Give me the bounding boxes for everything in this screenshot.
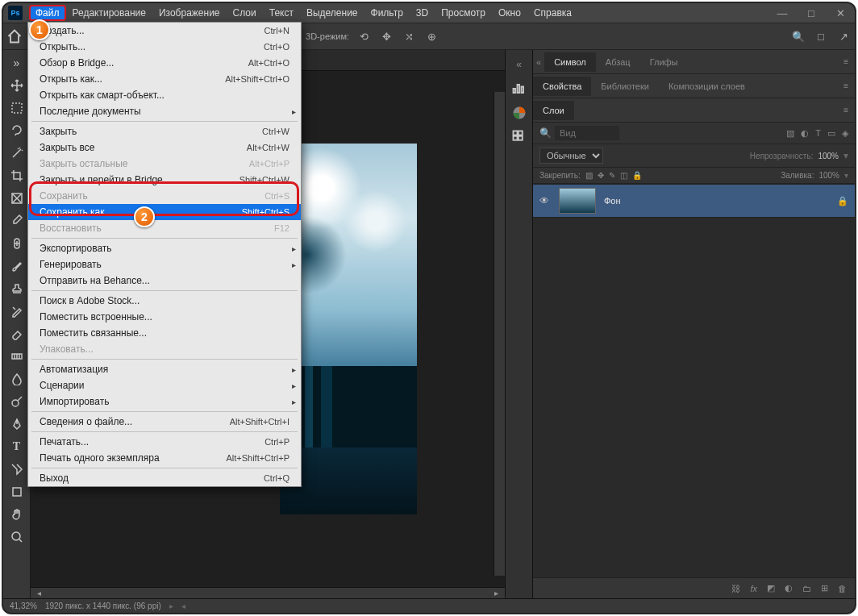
zoom-level[interactable]: 41,32% — [10, 601, 37, 610]
menu-item[interactable]: Открыть...Ctrl+O — [28, 39, 301, 55]
delete-layer-icon[interactable]: 🗑 — [838, 584, 847, 593]
filter-pixel-icon[interactable]: ▧ — [786, 128, 794, 139]
menu-item[interactable]: Печатать...Ctrl+P — [28, 434, 301, 450]
menu-window[interactable]: Окно — [492, 5, 527, 21]
menu-layers[interactable]: Слои — [227, 5, 263, 21]
menu-item[interactable]: Печать одного экземпляраAlt+Shift+Ctrl+P — [28, 450, 301, 466]
layer-thumbnail[interactable] — [559, 188, 596, 214]
layer-lock-icon[interactable]: 🔒 — [837, 196, 848, 206]
window-close-icon[interactable]: ✕ — [826, 7, 855, 19]
menu-filter[interactable]: Фильтр — [364, 5, 410, 21]
stamp-tool-icon[interactable] — [6, 279, 27, 298]
tab-layers[interactable]: Слои — [533, 101, 574, 120]
lock-brush-icon[interactable]: ✎ — [609, 171, 615, 180]
panel-menu-icon[interactable]: ≡ — [837, 57, 855, 66]
workspace-icon[interactable]: □ — [813, 28, 829, 44]
menu-file[interactable]: Файл — [29, 5, 66, 21]
menu-view[interactable]: Просмотр — [435, 5, 492, 21]
filter-adjust-icon[interactable]: ◐ — [801, 128, 809, 139]
brush-tool-icon[interactable] — [6, 256, 27, 276]
lock-position-icon[interactable]: ✥ — [598, 171, 604, 180]
pan-3d-icon[interactable]: ✥ — [378, 28, 394, 44]
layer-group-icon[interactable]: 🗀 — [802, 584, 811, 593]
zoom-3d-icon[interactable]: ⊕ — [423, 28, 439, 44]
gradient-tool-icon[interactable] — [6, 347, 27, 366]
dodge-tool-icon[interactable] — [6, 392, 27, 411]
lasso-tool-icon[interactable] — [6, 121, 27, 140]
history-brush-tool-icon[interactable] — [6, 302, 27, 321]
blend-mode-select[interactable]: Обычные — [539, 148, 603, 164]
eyedropper-tool-icon[interactable] — [6, 211, 27, 231]
swatches-icon[interactable] — [511, 129, 527, 145]
move-3d-icon[interactable]: ⤭ — [401, 28, 417, 44]
menu-item[interactable]: Последние документы — [28, 103, 301, 119]
tab-paragraph[interactable]: Абзац — [596, 52, 640, 72]
menu-item[interactable]: Поиск в Adobe Stock... — [28, 293, 301, 309]
menu-item[interactable]: Закрыть всеAlt+Ctrl+W — [28, 139, 301, 156]
histogram-icon[interactable] — [511, 81, 527, 97]
orbit-3d-icon[interactable]: ⟲ — [356, 28, 372, 44]
filter-type-icon[interactable]: 🔍 — [539, 127, 552, 139]
menu-select[interactable]: Выделение — [300, 5, 364, 21]
layer-mask-icon[interactable]: ◩ — [767, 583, 775, 593]
pen-tool-icon[interactable] — [6, 414, 27, 434]
menu-item[interactable]: Обзор в Bridge...Alt+Ctrl+O — [28, 55, 301, 71]
type-tool-icon[interactable]: T — [6, 437, 27, 456]
menu-item[interactable]: Поместить связанные... — [28, 325, 301, 341]
flyout-icon[interactable]: » — [6, 53, 27, 73]
menu-item[interactable]: Генерировать — [28, 256, 301, 273]
layer-name[interactable]: Фон — [604, 196, 829, 206]
eraser-tool-icon[interactable] — [6, 324, 27, 343]
path-tool-icon[interactable] — [6, 460, 27, 479]
menu-item[interactable]: Открыть как смарт-объект... — [28, 87, 301, 103]
wand-tool-icon[interactable] — [6, 144, 27, 163]
menu-3d[interactable]: 3D — [410, 5, 435, 21]
shape-tool-icon[interactable] — [6, 482, 27, 502]
marquee-tool-icon[interactable] — [6, 98, 27, 118]
panel-menu-icon[interactable]: ≡ — [837, 106, 855, 114]
home-icon[interactable] — [6, 28, 23, 44]
move-tool-icon[interactable] — [6, 76, 27, 95]
tab-character[interactable]: Символ — [544, 52, 596, 72]
menu-item[interactable]: Сценарии — [28, 377, 301, 393]
new-layer-icon[interactable]: ⊞ — [821, 583, 828, 593]
search-icon[interactable]: 🔍 — [790, 28, 806, 44]
adjustment-layer-icon[interactable]: ◐ — [785, 583, 793, 593]
healing-tool-icon[interactable] — [6, 234, 27, 253]
window-maximize-icon[interactable]: □ — [797, 7, 826, 19]
menu-item[interactable]: Поместить встроенные... — [28, 309, 301, 325]
scrollbar-horizontal[interactable]: ◂▸ — [31, 587, 505, 598]
lock-artboard-icon[interactable]: ◫ — [620, 171, 627, 180]
lock-pixels-icon[interactable]: ▧ — [585, 171, 593, 180]
menu-image[interactable]: Изображение — [152, 5, 227, 21]
share-icon[interactable]: ↗ — [835, 28, 852, 44]
menu-edit[interactable]: Редактирование — [66, 5, 152, 21]
menu-item[interactable]: ЗакрытьCtrl+W — [28, 123, 301, 139]
layer-filter-input[interactable] — [555, 126, 619, 140]
menu-item[interactable]: Закрыть и перейти в Bridge...Shift+Ctrl+… — [28, 172, 301, 188]
zoom-tool-icon[interactable] — [6, 527, 27, 547]
menu-item[interactable]: Сведения о файле...Alt+Shift+Ctrl+I — [28, 414, 301, 430]
menu-item[interactable]: ВыходCtrl+Q — [28, 470, 301, 486]
tab-properties[interactable]: Свойства — [533, 77, 591, 96]
visibility-eye-icon[interactable]: 👁 — [539, 195, 551, 206]
menu-item[interactable]: Импортировать — [28, 393, 301, 410]
menu-item[interactable]: Открыть как...Alt+Shift+Ctrl+O — [28, 71, 301, 87]
menu-item[interactable]: Автоматизация — [28, 361, 301, 377]
filter-shape-icon[interactable]: ▭ — [827, 128, 835, 139]
scrollbar-vertical[interactable] — [494, 92, 505, 576]
menu-item[interactable]: Экспортировать — [28, 240, 301, 256]
tab-libraries[interactable]: Библиотеки — [591, 77, 659, 96]
layer-row[interactable]: 👁 Фон 🔒 — [533, 184, 855, 218]
opacity-value[interactable]: 100% — [818, 152, 839, 160]
filter-smart-icon[interactable]: ◈ — [842, 128, 848, 139]
tab-glyphs[interactable]: Глифы — [640, 52, 688, 72]
frame-tool-icon[interactable] — [6, 189, 27, 208]
expand-icon[interactable]: « — [511, 56, 527, 73]
crop-tool-icon[interactable] — [6, 166, 27, 185]
menu-help[interactable]: Справка — [527, 5, 578, 21]
menu-item[interactable]: Отправить на Behance... — [28, 273, 301, 289]
color-icon[interactable] — [511, 105, 527, 121]
fill-value[interactable]: 100% — [818, 171, 839, 180]
menu-text[interactable]: Текст — [263, 5, 300, 21]
